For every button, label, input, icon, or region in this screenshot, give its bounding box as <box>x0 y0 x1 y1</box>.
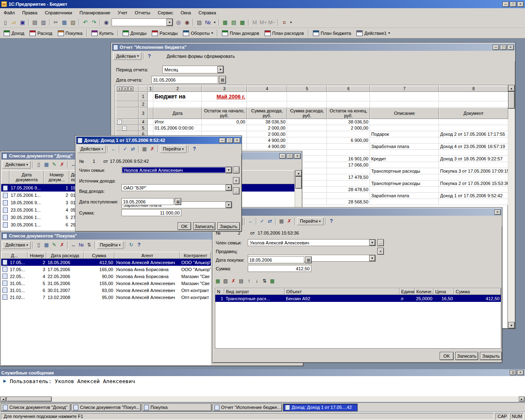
cell-r15-c6[interactable]: 28 478,50 <box>327 187 370 193</box>
cell-r14-c7[interactable]: Транспортные расходы <box>370 180 439 187</box>
period-combo[interactable]: Месяц ▼ <box>162 66 224 73</box>
ok-button[interactable]: OK <box>178 222 191 230</box>
cell-r13-c7[interactable] <box>370 174 439 180</box>
cut-icon[interactable]: ✂ <box>52 18 60 27</box>
sum-input[interactable]: 11 000,00 <box>121 209 181 216</box>
paste-special-icon[interactable]: ▨ <box>195 18 203 27</box>
cell-r2-c1[interactable] <box>148 101 153 107</box>
write-button[interactable]: Записать <box>193 222 215 230</box>
close-button[interactable]: Закрыть <box>217 222 240 230</box>
minimize-icon[interactable]: ─ <box>493 45 499 50</box>
report-vscrollbar[interactable]: ▲ ▼ <box>508 85 515 329</box>
income-header-1[interactable]: Дата документа <box>9 170 44 184</box>
cell-r3-c4[interactable]: Сумма дохода, руб. <box>247 107 287 119</box>
cell-price[interactable]: 16,50 <box>434 295 454 302</box>
action-button-turnovers[interactable]: Обороты▾ <box>180 29 215 38</box>
cell-r4-c2[interactable]: Итог <box>153 119 202 125</box>
member-combo[interactable]: Уколов Алексей Алексеевич ▼ <box>248 239 376 246</box>
seller-clear-button[interactable]: × <box>377 248 384 255</box>
cell-r3-c5[interactable]: Сумма расхода, руб. <box>287 107 327 119</box>
calendar-icon[interactable]: ▦ <box>305 256 312 263</box>
purchase-date-input[interactable]: 18.05.2006 <box>248 256 304 263</box>
movements-icon[interactable]: ⇄ <box>266 217 274 225</box>
cell-r6-c8[interactable]: Доход 2 от 17.05.2006 17:17:55 <box>439 131 508 137</box>
copy-row-icon[interactable]: ▧ <box>222 277 229 285</box>
sort-icon[interactable]: ⇅ <box>85 241 93 249</box>
move-up-icon[interactable]: ↑ <box>245 277 253 285</box>
cell-r5-c4[interactable]: 2 000,00 <box>247 125 287 131</box>
sort-icon[interactable]: ⇅ <box>261 277 268 285</box>
purchase-header-0[interactable]: Д... <box>1 252 27 259</box>
menu-help[interactable]: Справка <box>195 9 220 17</box>
minimize-icon[interactable]: ─ <box>219 138 226 143</box>
cell-r2-c2[interactable] <box>153 101 202 107</box>
chevron-down-icon[interactable]: ▼ <box>226 202 232 208</box>
ptable-header-0[interactable]: N <box>215 288 224 295</box>
cell-r17-c7[interactable] <box>370 199 439 205</box>
row-number[interactable]: 3 <box>139 107 148 119</box>
edit-icon[interactable]: ✎ <box>50 161 58 169</box>
cell-r1-c8[interactable] <box>439 92 508 101</box>
actions-menu-button[interactable]: Действия▾ <box>2 161 31 169</box>
cell-r2-c3[interactable] <box>202 101 247 107</box>
window-tab-income-doc[interactable]: Доход: Доход 1 от 17.05....42 <box>283 404 358 411</box>
restore-icon[interactable]: □ <box>510 2 516 7</box>
cell-r9-c7[interactable] <box>370 150 439 156</box>
cell-qty[interactable]: 25,0000 <box>415 295 434 302</box>
app-titlebar[interactable]: 1С 1С:Предприятие - Бюджет ─ □ × <box>0 0 525 8</box>
delete-mark-icon[interactable]: ✗ <box>58 161 66 169</box>
ptable-header-6[interactable]: Сумма <box>454 288 501 295</box>
scroll-up-icon[interactable]: ▲ <box>508 85 515 91</box>
row-number[interactable]: 1 <box>139 92 148 101</box>
cell-r8-c6[interactable] <box>327 144 370 150</box>
new-document-icon[interactable]: ▯ <box>35 161 42 169</box>
sum-input[interactable]: 412,50 <box>248 265 311 272</box>
cell-r11-c8[interactable] <box>439 162 508 168</box>
actions-menu-button[interactable]: Действия▾ <box>78 145 106 153</box>
find-icon[interactable]: ◎ <box>174 18 183 27</box>
save-icon[interactable]: ▣ <box>18 18 27 27</box>
member-select-button[interactable]: ... <box>377 239 384 246</box>
delete-mark-icon[interactable]: ✗ <box>58 241 66 249</box>
cell-r11-c7[interactable] <box>370 162 439 168</box>
chevron-down-icon[interactable]: ▼ <box>369 255 375 261</box>
purchase-list-row-3[interactable]: 17.05...317.05.2006165,00Уколова Анна Бо… <box>1 266 211 273</box>
income-dialog-titlebar[interactable]: Доход: Доход 1 от 17.05.2006 9:52:42 ─ □… <box>76 137 242 144</box>
purchase-header-5[interactable]: Контрагент <box>180 252 211 259</box>
ptable-header-4[interactable]: Количе... <box>415 288 434 295</box>
paste-icon[interactable]: ▧ <box>69 18 77 27</box>
delete-mark-icon[interactable]: ✗ <box>285 217 293 225</box>
messages-hscrollbar[interactable]: ◄ ► <box>0 396 525 402</box>
action-button-expenses[interactable]: Расходы <box>149 29 180 38</box>
cell-r2-c8[interactable] <box>439 101 508 107</box>
outline-level-2[interactable]: 2 <box>123 87 128 91</box>
row-number[interactable]: 5 <box>139 125 148 131</box>
close-button[interactable]: Закрыть <box>480 352 502 360</box>
minimize-icon[interactable]: ─ <box>502 2 509 7</box>
member-combo[interactable]: Уколов Алексей Алексеевич ▼ <box>121 167 232 173</box>
cell-r4-c3[interactable]: 0,00 <box>202 119 247 125</box>
purchase-list-row-4[interactable]: 22.05...422.05.200690,00Уколова Анна Бор… <box>1 273 211 280</box>
action-button-plan-budget[interactable]: План бюджета <box>310 29 354 38</box>
cell-r3-c1[interactable] <box>148 107 153 119</box>
cell-r12-c6[interactable] <box>327 168 370 174</box>
cell-r5-c2[interactable]: 01.05.2006 0:00:00 <box>153 125 202 131</box>
totals-icon[interactable]: ▤ <box>237 277 245 285</box>
cell-r5-c8[interactable] <box>439 125 508 131</box>
cell-r4-c6[interactable]: 38 036,50 <box>327 119 370 125</box>
movements-icon[interactable]: ⇄ <box>129 145 137 153</box>
post-document-icon[interactable]: ✓ <box>258 217 266 225</box>
cell-r1-c4[interactable] <box>247 92 287 101</box>
purchase-header-3[interactable]: Сумма <box>84 252 114 259</box>
cell-r16-c8[interactable]: Доход 1 от 17.05.2006 9:52:42 <box>439 193 508 199</box>
chevron-down-icon[interactable]: ▼ <box>167 19 173 26</box>
cell-r8-c8[interactable]: Доход 4 от 23.05.2006 16:57:19 <box>439 144 508 150</box>
purchase-list-row-7[interactable]: 21.02...713.02.200895,00Уколов Алексей А… <box>1 294 211 301</box>
goto-menu-button[interactable]: Перейти▾ <box>297 217 324 225</box>
outline-level-1[interactable]: 1 <box>117 87 122 91</box>
purchase-list-row-2[interactable]: 17.05...218.05.2006412,50Уколов Алексей … <box>1 259 211 266</box>
delete-mark-icon[interactable]: ✗ <box>148 145 156 153</box>
cell-r2-c4[interactable] <box>247 101 287 107</box>
ptable-header-1[interactable]: Вид затрат <box>224 288 285 295</box>
report-date-input[interactable]: 31.05.2006 <box>151 76 218 84</box>
